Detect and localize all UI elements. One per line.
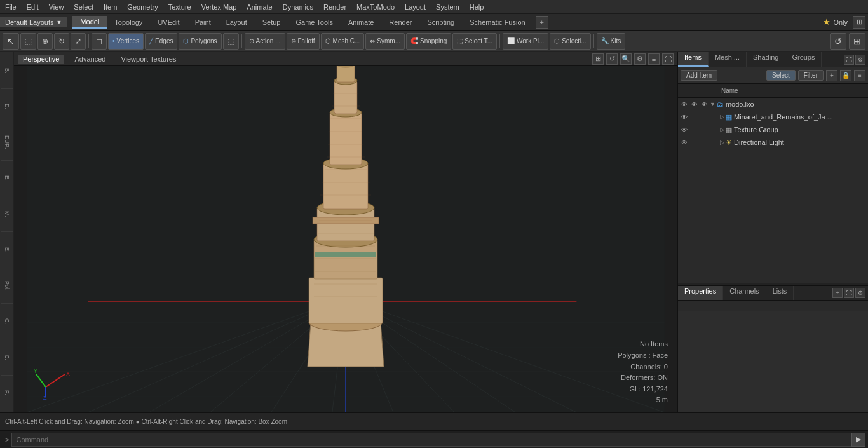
panel-settings-btn[interactable]: ⚙ [855,55,865,65]
vp-fit-btn[interactable]: ⊞ [592,53,604,65]
props-settings-btn[interactable]: ⚙ [855,288,865,298]
tab-setup[interactable]: Setup [255,17,288,28]
eye-directional-light-2[interactable] [689,137,700,147]
pointer-tool-btn[interactable]: ↖ [3,33,19,50]
menu-render[interactable]: Render [318,2,351,12]
command-input[interactable] [11,433,851,447]
menu-layout[interactable]: Layout [400,2,431,12]
menu-edit[interactable]: Edit [22,2,44,12]
tab-paint[interactable]: Paint [187,17,219,28]
tab-scripting[interactable]: Scripting [419,17,462,28]
eye-modo-lxo[interactable]: 👁 [679,99,689,109]
menu-texture[interactable]: Texture [163,2,196,12]
tab-schematic[interactable]: Schematic Fusion [462,17,532,28]
tree-row-minaret[interactable]: 👁 ▷ ▦ Minaret_and_Remains_of_Ja ... [678,111,868,123]
kits-btn[interactable]: 🔧 Kits [597,33,626,50]
eye-modo-lxo-2[interactable]: 👁 [689,99,700,109]
vp-tab-perspective[interactable]: Perspective [18,55,64,64]
menu-maxtomodo[interactable]: MaxToModo [351,2,400,12]
view-rotate-btn[interactable]: ↺ [830,33,846,50]
props-tab-channels[interactable]: Channels [723,286,766,300]
left-tool-e[interactable]: E: [1,161,13,196]
left-tool-e2[interactable]: E: [1,232,13,268]
menu-dynamics[interactable]: Dynamics [278,2,318,12]
items-filter-btn[interactable]: Filter [798,70,824,81]
snapping-btn[interactable]: 🧲 Snapping [406,33,451,50]
symm-btn[interactable]: ⇔ Symm... [365,33,405,50]
command-run-btn[interactable]: ▶ [851,433,865,447]
items-add-icon-btn[interactable]: + [826,70,837,81]
left-tool-d[interactable]: D: [1,89,13,125]
props-add-btn[interactable]: + [832,288,843,298]
panel-tab-mesh[interactable]: Mesh ... [709,52,747,67]
menu-select[interactable]: Select [69,2,98,12]
panel-tab-items[interactable]: Items [678,52,709,67]
scene-3d[interactable]: No Items Polygons : Face Channels: 0 Def… [14,66,677,412]
eye-modo-lxo-3[interactable]: 👁 [700,99,710,109]
eye-directional-light[interactable]: 👁 [679,137,689,147]
polygons-btn[interactable]: ⬡ Polygons [179,33,221,50]
edges-btn[interactable]: ╱ Edges [145,33,177,50]
props-expand-btn[interactable]: ⛶ [844,288,854,298]
tree-arrow-minaret[interactable]: ▷ [720,114,724,120]
panel-tab-shading[interactable]: Shading [747,52,785,67]
eye-directional-light-3[interactable] [700,137,710,147]
menu-item[interactable]: Item [98,2,122,12]
left-tool-b[interactable]: B: [1,53,13,89]
work-pl-btn[interactable]: ⬜ Work Pl... [503,33,548,50]
rotate-btn[interactable]: ↻ [54,33,69,50]
menu-help[interactable]: Help [465,2,489,12]
vp-settings-btn[interactable]: ⚙ [634,53,646,65]
transform-btn[interactable]: ⊕ [37,33,53,50]
props-tab-properties[interactable]: Properties [678,286,723,300]
eye-texture-group-2[interactable] [689,125,700,135]
vp-tab-viewport-textures[interactable]: Viewport Textures [116,55,181,64]
eye-minaret[interactable]: 👁 [679,112,689,122]
select-t-btn[interactable]: ⬚ Select T... [452,33,497,50]
add-item-btn[interactable]: Add Item [681,70,717,81]
vp-expand-btn[interactable]: ⛶ [662,53,674,65]
left-tool-m[interactable]: M: [1,196,13,232]
vertices-btn[interactable]: • Vertices [108,33,144,50]
layout-expand-button[interactable]: ⊞ [853,16,865,29]
vp-rotate-btn[interactable]: ↺ [606,53,618,65]
panel-expand-btn[interactable]: ⛶ [844,55,854,65]
tree-arrow-texture-group[interactable]: ▷ [720,126,724,133]
left-tool-dup[interactable]: DUP: [1,125,13,161]
tab-uvedit[interactable]: UVEdit [150,17,187,28]
props-tab-lists[interactable]: Lists [766,286,794,300]
items-tree[interactable]: 👁 👁 👁 ▼ 🗂 modo.lxo 👁 ▷ ▦ Minaret_and_Rem… [678,98,868,283]
eye-minaret-3[interactable] [700,112,710,122]
mesh-c-btn[interactable]: ⬡ Mesh C... [321,33,365,50]
left-tool-f[interactable]: F: [1,376,13,411]
vp-tab-advanced[interactable]: Advanced [69,55,111,64]
tab-topology[interactable]: Topology [107,17,150,28]
menu-geometry[interactable]: Geometry [122,2,163,12]
vp-more-btn[interactable]: ≡ [648,53,660,65]
scale-btn[interactable]: ⤢ [71,33,86,50]
tree-row-directional-light[interactable]: 👁 ▷ ☀ Directional Light [678,136,868,149]
viewport[interactable]: Perspective Advanced Viewport Textures ⊞… [14,52,677,412]
view-fit-btn[interactable]: ⊞ [849,33,865,50]
item-mode-btn[interactable]: ◻ [92,33,107,50]
menu-vertexmap[interactable]: Vertex Map [196,2,242,12]
tree-row-texture-group[interactable]: 👁 ▷ ▦ Texture Group [678,123,868,136]
eye-texture-group[interactable]: 👁 [679,125,689,135]
menu-animate[interactable]: Animate [241,2,277,12]
selecti-btn[interactable]: ⬡ Selecti... [550,33,590,50]
tab-model[interactable]: Model [72,16,107,29]
left-tool-c2[interactable]: C: [1,339,13,375]
items-lock-icon-btn[interactable]: 🔒 [840,70,851,81]
add-layout-button[interactable]: + [536,16,548,29]
menu-view[interactable]: View [44,2,69,12]
left-tool-pol[interactable]: Pol: [1,268,13,304]
tab-layout[interactable]: Layout [219,17,255,28]
eye-texture-group-3[interactable] [700,125,710,135]
tree-arrow-modo-lxo[interactable]: ▼ [710,101,715,107]
panel-tab-groups[interactable]: Groups [785,52,822,67]
tree-row-modo-lxo[interactable]: 👁 👁 👁 ▼ 🗂 modo.lxo [678,98,868,111]
menu-system[interactable]: System [431,2,465,12]
items-more-icon-btn[interactable]: ≡ [854,70,865,81]
items-select-btn[interactable]: Select [766,70,796,81]
tree-arrow-directional-light[interactable]: ▷ [720,139,724,146]
